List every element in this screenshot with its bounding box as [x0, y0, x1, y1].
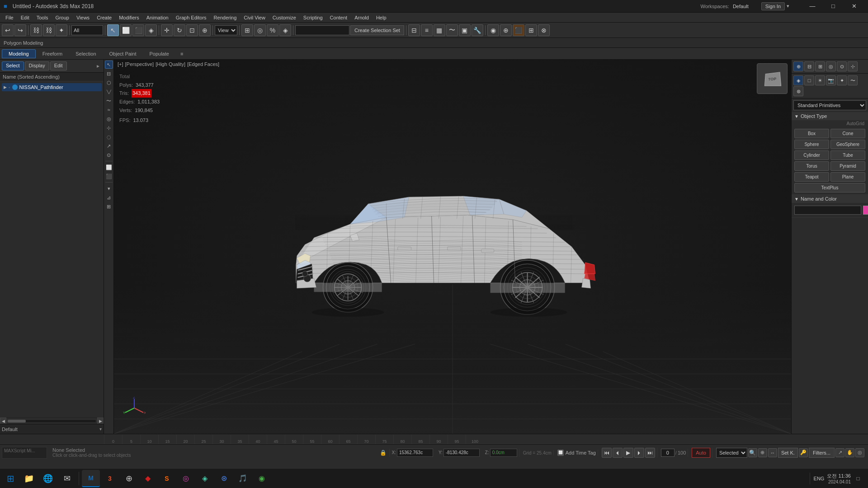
- btn-sphere[interactable]: Sphere: [794, 140, 829, 149]
- lt-icon-15[interactable]: ⊿: [105, 193, 113, 202]
- menu-help[interactable]: Help: [373, 14, 390, 21]
- lt-icon-3[interactable]: ⬡: [105, 79, 113, 87]
- select-btn[interactable]: ↖: [107, 24, 119, 36]
- tab-modeling[interactable]: Modeling: [2, 49, 36, 58]
- rp-icon-create[interactable]: ⊕: [793, 61, 803, 71]
- select-region-btn[interactable]: ⬜: [120, 24, 132, 36]
- se-expand-btn[interactable]: ▸: [94, 61, 102, 70]
- link-btn[interactable]: ⛓: [30, 24, 42, 36]
- goto-end-btn[interactable]: ⏭: [645, 448, 655, 458]
- scale-btn[interactable]: ⊡: [186, 24, 198, 36]
- btn-geosphere[interactable]: GeoSphere: [830, 140, 865, 149]
- se-display-btn[interactable]: Display: [25, 61, 49, 70]
- key-lock-icon[interactable]: 🔑: [799, 448, 808, 457]
- tab-extra-btn[interactable]: ≡: [178, 50, 186, 57]
- vp-perspective-btn[interactable]: [Perspective]: [125, 61, 154, 67]
- render-frame-btn[interactable]: ⊞: [525, 24, 537, 36]
- lt-icon-10[interactable]: ↗: [105, 142, 113, 150]
- nav-cube[interactable]: TOP: [757, 63, 788, 94]
- nav-icon-1[interactable]: ⊕: [758, 448, 767, 457]
- mirror-btn[interactable]: ⊟: [408, 24, 420, 36]
- taskbar-btn-explorer[interactable]: 📁: [20, 470, 38, 487]
- rb-icon-3[interactable]: ◎: [855, 448, 864, 457]
- rp-icon-cameras[interactable]: 📷: [826, 75, 836, 85]
- filter-input[interactable]: [71, 25, 103, 35]
- lt-icon-2[interactable]: ⊟: [105, 70, 113, 78]
- object-name-input[interactable]: [794, 206, 861, 215]
- btn-plane[interactable]: Plane: [830, 172, 865, 182]
- properties-btn[interactable]: 🔧: [472, 24, 483, 36]
- render-setup-btn[interactable]: ⊕: [500, 24, 512, 36]
- menu-graph-editors[interactable]: Graph Editors: [172, 14, 210, 21]
- lt-icon-11[interactable]: ⊙: [105, 151, 113, 159]
- tab-selection[interactable]: Selection: [69, 50, 102, 58]
- menu-scripting[interactable]: Scripting: [300, 14, 326, 21]
- render-btn[interactable]: ⬛: [513, 24, 524, 36]
- btn-tube[interactable]: Tube: [830, 150, 865, 160]
- set-key-btn[interactable]: Set K.: [778, 448, 798, 458]
- viewport[interactable]: [+] [Perspective] [High Quality] [Edged …: [114, 60, 791, 434]
- snap-btn[interactable]: ⊞: [241, 24, 253, 36]
- start-btn[interactable]: ⊞: [2, 470, 19, 487]
- minimize-btn[interactable]: —: [802, 0, 823, 13]
- curve-btn[interactable]: 〜: [446, 24, 458, 36]
- taskbar-btn-3[interactable]: ◆: [139, 470, 157, 487]
- taskbar-btn-9[interactable]: ◉: [253, 470, 271, 487]
- tab-freeform[interactable]: Freeform: [36, 50, 69, 58]
- btn-torus[interactable]: Torus: [794, 161, 829, 171]
- view-select[interactable]: View: [215, 25, 237, 35]
- btn-pyramid[interactable]: Pyramid: [830, 161, 865, 171]
- next-frame-btn[interactable]: ⏵: [634, 448, 644, 458]
- bind-btn[interactable]: ✦: [56, 24, 67, 36]
- rb-icon-2[interactable]: ✋: [845, 448, 854, 457]
- se-scrollbar[interactable]: ◀ ▶: [0, 418, 104, 424]
- unlink-btn[interactable]: ⛓: [43, 24, 55, 36]
- y-value[interactable]: -8130.428c: [443, 449, 480, 457]
- rp-icon-shapes[interactable]: □: [804, 75, 814, 85]
- redo-btn[interactable]: ↪: [14, 24, 26, 36]
- transform-btn[interactable]: ⊕: [199, 24, 211, 36]
- notification-btn[interactable]: □: [854, 474, 863, 483]
- prev-frame-btn[interactable]: ⏴: [613, 448, 623, 458]
- menu-group[interactable]: Group: [52, 14, 73, 21]
- taskbar-btn-8[interactable]: 🎵: [234, 470, 252, 487]
- create-selection-btn[interactable]: Create Selection Set: [350, 25, 404, 35]
- rp-icon-spacewarps[interactable]: 〜: [848, 75, 858, 85]
- se-select-btn[interactable]: Select: [2, 61, 24, 70]
- nav-icon-2[interactable]: ↔: [768, 448, 777, 457]
- menu-customize[interactable]: Customize: [269, 14, 300, 21]
- rp-icon-display[interactable]: ⊙: [837, 61, 847, 71]
- angle-snap-btn[interactable]: ◎: [254, 24, 266, 36]
- lt-icon-5[interactable]: 〜: [105, 97, 113, 105]
- se-edit-btn[interactable]: Edit: [50, 61, 67, 70]
- tab-object-paint[interactable]: Object Paint: [103, 50, 143, 58]
- taskbar-btn-3dsmax[interactable]: M: [82, 470, 100, 487]
- close-btn[interactable]: ✕: [844, 0, 864, 13]
- lt-icon-8[interactable]: ⊹: [105, 124, 113, 132]
- signin-dropdown[interactable]: ▾: [787, 3, 789, 9]
- named-selection-input[interactable]: [295, 25, 349, 35]
- lt-icon-16[interactable]: ⊞: [105, 202, 113, 211]
- filters-btn[interactable]: Filters...: [809, 448, 835, 458]
- menu-arnold[interactable]: Arnold: [351, 14, 373, 21]
- material-editor-btn[interactable]: ◉: [487, 24, 499, 36]
- default-expand[interactable]: ▾: [99, 427, 102, 432]
- menu-animation[interactable]: Animation: [143, 14, 172, 21]
- menu-civil-view[interactable]: Civil View: [240, 14, 269, 21]
- taskbar-btn-4[interactable]: S: [158, 470, 176, 487]
- auto-key-btn[interactable]: Auto: [692, 448, 710, 458]
- play-btn[interactable]: ▶: [623, 448, 633, 458]
- menu-views[interactable]: Views: [73, 14, 93, 21]
- taskbar-btn-6[interactable]: ◈: [196, 470, 214, 487]
- rp-icon-utility[interactable]: ⊹: [848, 61, 858, 71]
- vp-plus-btn[interactable]: [+]: [118, 61, 123, 67]
- taskbar-btn-2[interactable]: ⊕: [120, 470, 138, 487]
- lt-icon-4[interactable]: ╲╱: [105, 88, 113, 96]
- tab-populate[interactable]: Populate: [143, 50, 175, 58]
- select-window-btn[interactable]: ⬛: [132, 24, 144, 36]
- object-type-header[interactable]: ▼ Object Type: [792, 112, 868, 120]
- x-value[interactable]: 15362.763c: [397, 449, 433, 457]
- sign-in-btn[interactable]: Sign In: [761, 2, 785, 10]
- lt-icon-9[interactable]: ◌: [105, 133, 113, 141]
- rp-icon-helpers[interactable]: ✦: [837, 75, 847, 85]
